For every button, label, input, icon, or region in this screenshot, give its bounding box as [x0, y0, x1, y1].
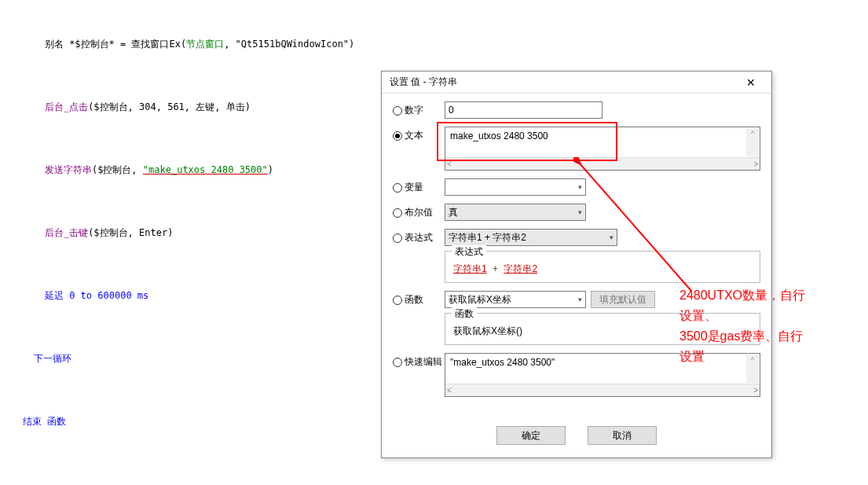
- annotation-text: 2480UTXO数量，自行 设置、 3500是gas费率、自行 设置: [679, 285, 805, 367]
- label-function: 函数: [405, 293, 423, 307]
- text-textarea[interactable]: make_utxos 2480 3500 ^ <>: [445, 127, 760, 171]
- code-token: 后台_点击: [45, 101, 88, 112]
- radio-variable[interactable]: 变量: [393, 178, 445, 194]
- expression-groupbox: 表达式 字符串1 + 字符串2: [445, 251, 760, 283]
- radio-expression[interactable]: 表达式: [393, 229, 445, 244]
- label-quickedit: 快速编辑: [405, 355, 442, 369]
- label-expression: 表达式: [405, 231, 433, 244]
- label-variable: 变量: [405, 181, 423, 194]
- close-icon: ✕: [746, 76, 756, 89]
- expression-value: 字符串1 + 字符串2: [449, 231, 526, 244]
- close-button[interactable]: ✕: [735, 73, 767, 92]
- code-token: ($控制台,: [92, 164, 143, 175]
- groupbox-title: 函数: [452, 307, 477, 321]
- function-value: 获取鼠标X坐标: [449, 293, 511, 307]
- expr-link1[interactable]: 字符串1: [453, 263, 487, 274]
- code-token: ($控制台, 304, 561, 左键, 单击): [88, 101, 251, 112]
- radio-icon: [393, 183, 402, 193]
- chevron-down-icon: ▾: [578, 208, 582, 216]
- boolean-select[interactable]: 真 ▾: [445, 204, 586, 221]
- code-token: ): [268, 164, 273, 175]
- chevron-down-icon: ▾: [578, 296, 582, 303]
- radio-number[interactable]: 数字: [393, 101, 445, 117]
- annotation-line: 设置: [679, 350, 705, 363]
- set-value-dialog: 设置 值 - 字符串 ✕ 数字 文本 make_utxos 2480 3500: [381, 71, 772, 458]
- chevron-down-icon: ▾: [610, 233, 613, 241]
- plus-icon: +: [489, 263, 501, 274]
- code-token: 别名 *$控制台* = 查找窗口Ex(: [45, 39, 186, 50]
- dialog-footer: 确定 取消: [382, 416, 771, 457]
- radio-icon: [393, 296, 402, 305]
- label-number: 数字: [405, 104, 423, 117]
- radio-text[interactable]: 文本: [393, 127, 445, 142]
- annotation-line: 2480UTXO数量，自行: [679, 288, 805, 302]
- chevron-down-icon: ▾: [578, 183, 582, 191]
- radio-icon: [393, 233, 402, 243]
- code-token: 发送字符串: [45, 164, 92, 175]
- ok-button[interactable]: 确定: [496, 426, 566, 445]
- variable-select[interactable]: ▾: [445, 178, 586, 196]
- radio-icon: [393, 106, 402, 116]
- expr-link2[interactable]: 字符串2: [504, 263, 537, 274]
- number-input[interactable]: [445, 101, 602, 119]
- code-token-highlighted: "make_utxos 2480 3500": [143, 164, 268, 175]
- label-boolean: 布尔值: [405, 206, 433, 219]
- label-text: 文本: [405, 129, 423, 142]
- script-code-block: 别名 *$控制台* = 查找窗口Ex(节点窗口, "Qt5151bQWindow…: [0, 0, 354, 453]
- boolean-value: 真: [449, 206, 458, 219]
- code-token: 后台_击键: [45, 227, 88, 238]
- function-select[interactable]: 获取鼠标X坐标 ▾: [445, 291, 586, 308]
- annotation-line: 3500是gas费率、自行: [679, 329, 803, 343]
- groupbox-title: 表达式: [452, 245, 486, 259]
- code-token: , "Qt5151bQWindowIcon"): [224, 39, 354, 50]
- annotation-line: 设置、: [679, 309, 717, 322]
- scrollbar-vertical[interactable]: ^: [746, 128, 759, 156]
- cancel-button[interactable]: 取消: [588, 426, 657, 445]
- dialog-titlebar: 设置 值 - 字符串 ✕: [382, 72, 771, 94]
- expression-select[interactable]: 字符串1 + 字符串2 ▾: [445, 229, 617, 246]
- radio-boolean[interactable]: 布尔值: [393, 204, 445, 219]
- radio-function[interactable]: 函数: [393, 291, 445, 307]
- radio-icon: [393, 131, 402, 141]
- text-value: make_utxos 2480 3500: [445, 127, 760, 157]
- radio-icon: [393, 208, 402, 218]
- radio-quickedit[interactable]: 快速编辑: [393, 353, 445, 369]
- fill-defaults-button[interactable]: 填充默认值: [591, 291, 655, 308]
- code-token: 延迟 0 to 600000 ms: [45, 290, 148, 301]
- radio-icon: [393, 358, 402, 367]
- code-token: 节点窗口: [186, 39, 224, 50]
- code-token: 下一循环: [34, 353, 71, 364]
- code-token: 结束 函数: [23, 416, 66, 427]
- code-token: ($控制台, Enter): [88, 227, 173, 238]
- dialog-title: 设置 值 - 字符串: [390, 75, 457, 89]
- scrollbar-horizontal[interactable]: <>: [445, 384, 760, 396]
- scrollbar-horizontal[interactable]: <>: [445, 157, 760, 170]
